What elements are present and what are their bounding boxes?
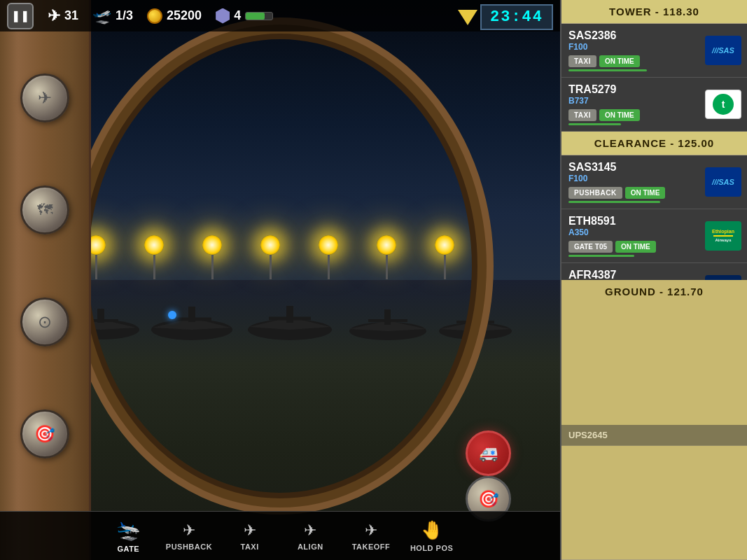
toolbar-holdpos[interactable]: 🤚 HOLD POS: [407, 519, 456, 552]
type-sas3145: F100: [568, 174, 699, 183]
flight-card-ups2645-partial[interactable]: UPS2645: [561, 425, 747, 446]
gate-label: GATE: [117, 545, 139, 553]
light-glow: [202, 235, 222, 255]
light-pole-6: [319, 235, 338, 279]
ground-frequency-header[interactable]: GROUND - 121.70: [561, 280, 747, 560]
status-btn-sas2386[interactable]: ON TIME: [599, 55, 640, 67]
takeoff-icon: ✈: [365, 522, 377, 540]
light-pole-5: [260, 235, 280, 279]
pole-stem: [444, 255, 446, 279]
callsign-sas2386: SAS2386: [568, 29, 699, 42]
flight-card-sas2386[interactable]: SAS2386 F100 TAXI ON TIME ///SAS: [561, 24, 747, 78]
plane-active-icon: 🛫: [92, 7, 111, 25]
taxi-label: TAXI: [241, 542, 259, 551]
tower-frequency-header[interactable]: TOWER - 118.30: [561, 0, 747, 24]
status-btn-sas3145[interactable]: ON TIME: [625, 187, 666, 199]
light-pole-7: [377, 235, 396, 279]
clock-display: 23:44: [458, 4, 553, 30]
light-glow: [260, 235, 280, 255]
light-pole-4: [202, 235, 222, 279]
pushback-icon: ✈: [183, 522, 195, 540]
flight-card-tra5279[interactable]: TRA5279 B737 TAXI ON TIME t: [561, 78, 747, 132]
type-tra5279: B737: [568, 96, 699, 106]
flight-card-eth8591[interactable]: ETH8591 A350 GATE T05 ON TIME Ethiopian …: [561, 209, 747, 263]
coins-display: 25200: [147, 8, 202, 24]
active-ratio: 1/3: [116, 8, 133, 23]
callsign-sas3145: SAS3145: [568, 161, 699, 174]
pause-icon: ❚❚: [11, 9, 29, 22]
pause-button[interactable]: ❚❚: [7, 3, 34, 29]
status-btn-eth8591[interactable]: ON TIME: [615, 241, 656, 253]
toolbar-gate[interactable]: 🛬 GATE: [104, 519, 153, 553]
bottom-toolbar: 🛬 GATE ✈ PUSHBACK ✈ TAXI ✈ ALIGN ✈ TAKEO…: [0, 511, 560, 560]
logo-text-tra5279: t: [706, 90, 741, 118]
flight-info-ups2645: UPS2645: [568, 430, 741, 440]
camera-view-button[interactable]: ⊙: [20, 298, 69, 346]
flight-info-tra5279: TRA5279 B737 TAXI ON TIME: [568, 83, 699, 125]
buttons-sas3145: PUSHBACK ON TIME: [568, 187, 699, 199]
align-label: ALIGN: [298, 542, 323, 551]
toolbar-pushback[interactable]: ✈ PUSHBACK: [165, 522, 214, 551]
flight-info-sas3145: SAS3145 F100 PUSHBACK ON TIME: [568, 161, 699, 203]
airport-scene: ❚❚ ✈ 31 🛫 1/3 25200 4 23:44 ✈: [0, 0, 560, 560]
logo-text-sas2386: ///SAS: [712, 46, 734, 55]
flight-info-eth8591: ETH8591 A350 GATE T05 ON TIME: [568, 215, 699, 257]
toolbar-takeoff[interactable]: ✈ TAKEOFF: [347, 522, 396, 551]
camera-icon: ⊙: [38, 312, 52, 332]
pushback-label: PUSHBACK: [166, 542, 212, 551]
action-btn-sas2386[interactable]: TAXI: [568, 55, 596, 67]
aircraft-icon: ✈: [38, 88, 52, 108]
plane-waiting-icon: ✈: [48, 7, 60, 25]
light-pole-8: [435, 235, 454, 279]
pole-stem: [211, 255, 214, 279]
light-glow: [144, 235, 164, 255]
takeoff-label: TAKEOFF: [352, 542, 391, 551]
shield-display: 4: [216, 8, 273, 24]
active-flights: 🛫 1/3: [92, 7, 133, 25]
callsign-ups2645: UPS2645: [568, 430, 741, 440]
pole-stem: [328, 255, 330, 279]
taxi-icon: ✈: [244, 522, 256, 540]
clock-triangle-icon: [458, 10, 477, 25]
logo-text-eth8591: Ethiopian: [712, 229, 734, 234]
planes-svg: [45, 291, 521, 347]
coin-icon: [147, 8, 162, 24]
toolbar-taxi[interactable]: ✈ TAXI: [225, 522, 274, 551]
pole-stem: [386, 255, 388, 279]
action-btn-sas3145[interactable]: PUSHBACK: [568, 187, 622, 199]
progress-sas3145: [568, 201, 660, 203]
flight-info-sas2386: SAS2386 F100 TAXI ON TIME: [568, 29, 699, 71]
target-view-button[interactable]: 🎯: [20, 410, 69, 458]
map-view-button[interactable]: 🗺: [20, 186, 69, 234]
pole-stem: [95, 255, 97, 279]
progress-tra5279: [568, 123, 621, 125]
shield-count: 4: [234, 8, 241, 23]
buttons-sas2386: TAXI ON TIME: [568, 55, 699, 67]
align-icon: ✈: [304, 522, 316, 540]
buttons-eth8591: GATE T05 ON TIME: [568, 241, 699, 253]
status-btn-tra5279[interactable]: ON TIME: [599, 109, 640, 121]
coin-count: 25200: [167, 8, 202, 23]
clearance-frequency-header[interactable]: CLEARANCE - 125.00: [561, 132, 747, 155]
aircraft-indicator: [168, 311, 176, 319]
action-btn-eth8591[interactable]: GATE T05: [568, 241, 613, 253]
light-glow: [319, 235, 338, 255]
toolbar-align[interactable]: ✈ ALIGN: [286, 522, 335, 551]
airport-lights: [28, 235, 532, 279]
type-eth8591: A350: [568, 227, 699, 237]
svg-rect-14: [384, 309, 391, 325]
flight-card-sas3145[interactable]: SAS3145 F100 PUSHBACK ON TIME ///SAS: [561, 155, 747, 209]
pole-stem: [153, 255, 155, 279]
aircraft-view-button[interactable]: ✈: [20, 74, 69, 122]
emergency-button[interactable]: 🚑: [466, 430, 511, 476]
emergency-icon: 🚑: [479, 444, 498, 463]
light-glow: [435, 235, 454, 255]
clearance-frequency-label: CLEARANCE - 125.00: [594, 137, 714, 149]
progress-sas2386: [568, 69, 647, 71]
gate-icon: 🛬: [116, 519, 141, 542]
action-btn-tra5279[interactable]: TAXI: [568, 109, 596, 121]
callsign-tra5279: TRA5279: [568, 83, 699, 96]
clock-value: 23:44: [480, 4, 553, 30]
logo-sas3145: ///SAS: [705, 167, 741, 197]
tower-frequency-label: TOWER - 118.30: [609, 6, 699, 18]
